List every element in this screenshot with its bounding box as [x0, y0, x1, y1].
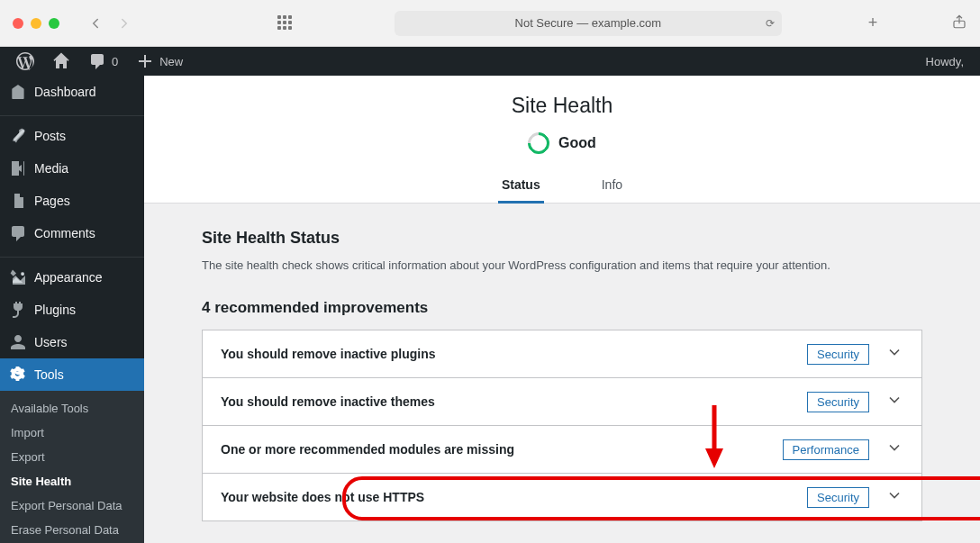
comments-count: 0 [112, 55, 118, 68]
sidebar-item-dashboard[interactable]: Dashboard [0, 76, 144, 108]
share-icon[interactable] [951, 14, 967, 33]
chevron-down-icon [885, 343, 903, 365]
chevron-down-icon [885, 391, 903, 412]
health-status-indicator: Good [144, 132, 980, 154]
status-section-desc: The site health check shows critical inf… [202, 258, 922, 272]
recommendation-label: You should remove inactive plugins [221, 347, 436, 361]
address-bar[interactable]: Not Secure — example.com ⟳ [395, 11, 782, 36]
submenu-export[interactable]: Export [0, 445, 144, 469]
sidebar-item-posts[interactable]: Posts [0, 120, 144, 152]
sidebar-item-plugins[interactable]: Plugins [0, 294, 144, 326]
page-title: Site Health [144, 94, 980, 118]
browser-toolbar: Not Secure — example.com ⟳ + [0, 0, 980, 47]
main-content: Site Health Good Status Info Site Health… [144, 76, 980, 543]
tools-submenu: Available Tools Import Export Site Healt… [0, 391, 144, 543]
home-icon[interactable] [43, 47, 79, 76]
sidebar-item-comments[interactable]: Comments [0, 217, 144, 249]
wp-admin-bar: 0 New Howdy, [0, 47, 980, 76]
submenu-erase-personal-data[interactable]: Erase Personal Data [0, 518, 144, 542]
health-header: Site Health Good Status Info [144, 76, 980, 204]
wp-logo-icon[interactable] [7, 47, 43, 76]
health-status-icon [523, 128, 554, 158]
admin-sidebar: Dashboard Posts Media Pages Comments App… [0, 76, 144, 543]
tab-info[interactable]: Info [598, 168, 626, 203]
minimize-window-button[interactable] [31, 18, 41, 29]
health-tabs: Status Info [144, 168, 980, 204]
maximize-window-button[interactable] [49, 18, 59, 29]
submenu-import[interactable]: Import [0, 421, 144, 445]
tab-status[interactable]: Status [498, 168, 544, 204]
sidebar-item-tools[interactable]: Tools [0, 358, 144, 391]
new-label: New [159, 55, 183, 68]
category-badge: Security [807, 487, 869, 508]
submenu-available-tools[interactable]: Available Tools [0, 396, 144, 421]
sidebar-item-users[interactable]: Users [0, 326, 144, 358]
recommendation-label: One or more recommended modules are miss… [221, 442, 514, 457]
reload-icon[interactable]: ⟳ [766, 17, 775, 30]
sidebar-item-pages[interactable]: Pages [0, 185, 144, 217]
category-badge: Security [807, 392, 869, 412]
submenu-export-personal-data[interactable]: Export Personal Data [0, 493, 144, 518]
health-status-text: Good [558, 135, 596, 151]
close-window-button[interactable] [13, 18, 23, 29]
status-section-title: Site Health Status [202, 229, 922, 248]
window-controls [13, 18, 59, 29]
chevron-down-icon [885, 486, 903, 508]
user-greeting[interactable]: Howdy, [917, 47, 973, 76]
chevron-down-icon [885, 439, 903, 460]
new-content-button[interactable]: New [127, 47, 192, 76]
comments-bubble[interactable]: 0 [79, 47, 127, 76]
recommendation-label: Your website does not use HTTPS [221, 490, 424, 504]
sidebar-item-appearance[interactable]: Appearance [0, 261, 144, 294]
sidebar-item-media[interactable]: Media [0, 152, 144, 185]
submenu-site-health[interactable]: Site Health [0, 469, 144, 493]
recommendations-title: 4 recommended improvements [202, 299, 922, 317]
recommendation-row[interactable]: Your website does not use HTTPS Security [203, 474, 921, 520]
recommendation-row[interactable]: One or more recommended modules are miss… [203, 426, 921, 474]
back-button[interactable] [85, 13, 106, 34]
recommendation-row[interactable]: You should remove inactive plugins Secur… [203, 330, 921, 378]
address-text: Not Secure — example.com [515, 16, 662, 30]
category-badge: Security [807, 344, 869, 365]
recommendation-label: You should remove inactive themes [221, 394, 435, 409]
recommendation-row[interactable]: You should remove inactive themes Securi… [203, 378, 921, 426]
forward-button[interactable] [113, 13, 135, 34]
apps-grid-icon[interactable] [277, 15, 294, 32]
content-wrapper: Site Health Status The site health check… [144, 204, 980, 543]
recommendations-list: You should remove inactive plugins Secur… [202, 330, 922, 521]
new-tab-button[interactable]: + [868, 14, 878, 32]
category-badge: Performance [783, 439, 869, 460]
